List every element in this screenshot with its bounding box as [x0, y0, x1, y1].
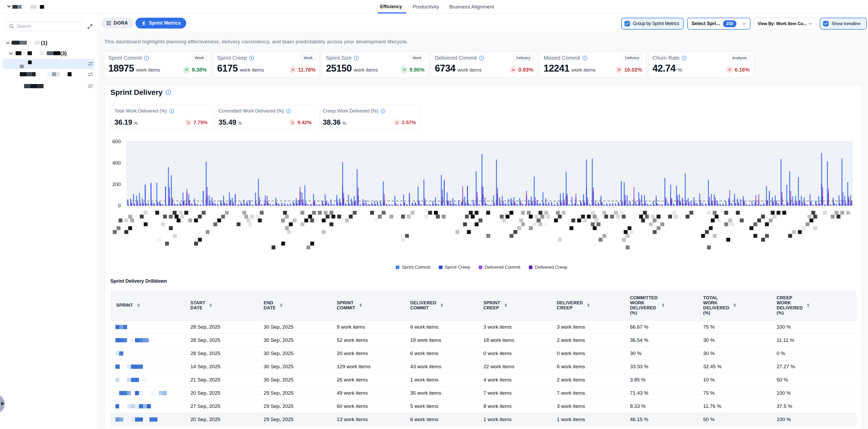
svg-text:600: 600	[112, 139, 121, 144]
svg-text:400: 400	[112, 160, 121, 165]
svg-text:0: 0	[118, 203, 121, 208]
svg-text:200: 200	[112, 182, 121, 187]
